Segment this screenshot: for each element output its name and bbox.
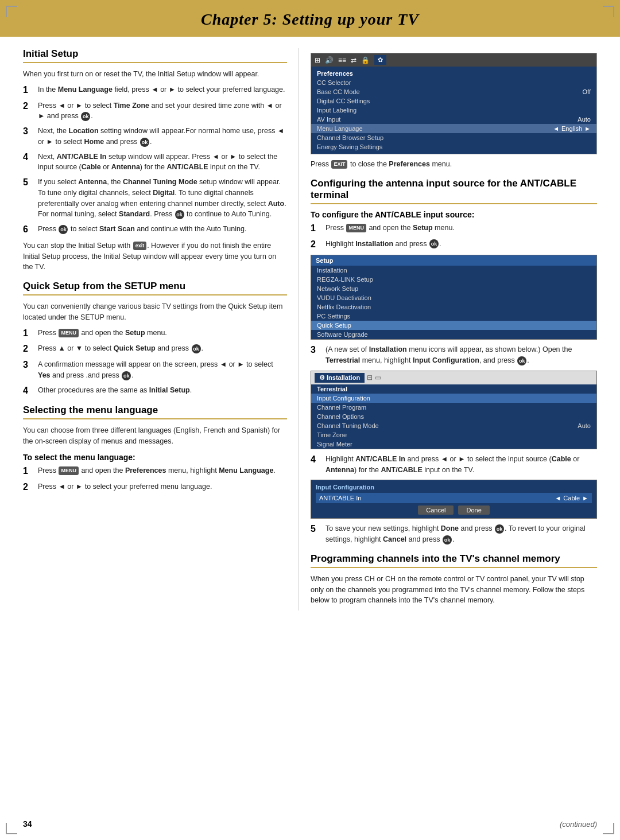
arrow-right-icon: ► — [584, 125, 591, 132]
setup-row-label: Software Upgrade — [317, 331, 368, 338]
menu-row-cc-selector: CC Selector — [311, 78, 596, 87]
menu-row-label: AV Input — [317, 116, 340, 123]
menu-row-label: Preferences — [317, 70, 353, 77]
tab-icon-2: ⊟ — [367, 374, 373, 382]
menu-row-label: Digital CC Settings — [317, 98, 370, 104]
setup-row-label: Network Setup — [317, 285, 358, 292]
input-config-arrows: ◄ Cable ► — [555, 495, 588, 501]
input-config-row: ANT/CABLE In ◄ Cable ► — [316, 493, 592, 503]
menu-row-label: Energy Saving Settings — [317, 143, 382, 150]
arrow-left-icon: ◄ — [553, 125, 559, 132]
terr-row-signal-meter: Signal Meter — [311, 440, 596, 449]
step-number: 6 — [23, 224, 36, 236]
menu-row-digital-cc: Digital CC Settings — [311, 96, 596, 106]
input-config-title: Input Configuration — [316, 484, 592, 491]
step-item: 3 Next, the Location setting window will… — [23, 126, 287, 147]
terr-row-label: Signal Meter — [317, 441, 352, 448]
programming-channels-intro: When you press CH or CH on the remote co… — [311, 574, 597, 606]
corner-mark-bl — [6, 823, 17, 834]
menu-language-subsection: To select the menu language: — [23, 453, 287, 462]
preferences-menu-screenshot: ⊞ 🔊 ≡≡ ⇄ 🔒 ✿ Preferences CC Selector Bas… — [311, 53, 597, 154]
terr-row-label: Input Configuration — [317, 395, 370, 402]
right-column: ⊞ 🔊 ≡≡ ⇄ 🔒 ✿ Preferences CC Selector Bas… — [299, 48, 597, 610]
configure-ant-steps-4: 5 To save your new settings, highlight D… — [311, 523, 597, 545]
step-number: 5 — [311, 523, 323, 535]
menu-row-header: Preferences — [311, 69, 596, 78]
step-item: 1 Press MENU and open the Setup menu. — [23, 328, 287, 340]
step-item: 4 Highlight ANT/CABLE In and press ◄ or … — [311, 454, 597, 476]
corner-mark-tr — [603, 6, 614, 17]
setup-row-label: Quick Setup — [317, 322, 351, 329]
menu-row-value: Off — [583, 88, 591, 95]
corner-mark-tl — [6, 6, 17, 17]
setup-row-label: Netflix Deactivation — [317, 304, 371, 310]
input-config-screenshot: Input Configuration ANT/CABLE In ◄ Cable… — [311, 480, 597, 519]
done-button[interactable]: Done — [458, 505, 489, 515]
menu-language-arrows: ◄ English ► — [553, 125, 591, 132]
step-number: 2 — [311, 239, 323, 251]
cancel-button[interactable]: Cancel — [418, 505, 454, 515]
menu-language-title: Selecting the menu language — [23, 405, 287, 419]
step-number: 5 — [23, 177, 36, 189]
step-number: 3 — [23, 126, 36, 138]
menu-row-input-label: Input Labeling — [311, 106, 596, 115]
step-text: A confirmation message will appear on th… — [38, 359, 287, 381]
quick-setup-title: Quick Setup from the SETUP menu — [23, 281, 287, 295]
setup-menu-row-software: Software Upgrade — [311, 330, 596, 339]
terr-row-label: Channel Program — [317, 404, 366, 411]
terr-row-channel-tuning: Channel Tuning Mode Auto — [311, 421, 596, 430]
step-item: 1 Press MENU and open the Setup menu. — [311, 223, 597, 235]
setup-row-label: VUDU Deactivation — [317, 294, 371, 301]
step-number: 1 — [311, 223, 323, 235]
menu-icon-1: ⊞ — [315, 56, 320, 64]
menu-row-channel-browser: Channel Browser Setup — [311, 133, 596, 142]
step-number: 2 — [23, 100, 36, 112]
corner-mark-br — [603, 823, 614, 834]
step-text: Next, ANT/CABLE In setup window will app… — [38, 151, 287, 173]
left-column: Initial Setup When you first turn on or … — [23, 48, 299, 610]
menu-row-label: Input Labeling — [317, 107, 356, 114]
setup-menu-row-regza: REGZA-LINK Setup — [311, 275, 596, 284]
step-item: 4 Other procedures are the same as Initi… — [23, 385, 287, 397]
main-content: Initial Setup When you first turn on or … — [0, 37, 620, 622]
chapter-title: Chapter 5: Setting up your TV — [201, 10, 419, 28]
step-number: 4 — [23, 151, 36, 164]
setup-row-label: Installation — [317, 267, 347, 274]
setup-menu-row-installation: Installation — [311, 266, 596, 275]
menu-row-label: Menu Language — [317, 125, 363, 132]
initial-setup-intro: When you first turn on or reset the TV, … — [23, 69, 287, 80]
step-item: 2 Press ◄ or ► to select your preferred … — [23, 481, 287, 493]
step-text: Press ▲ or ▼ to select Quick Setup and p… — [38, 343, 287, 354]
step-item: 1 In the Menu Language field, press ◄ or… — [23, 84, 287, 96]
menu-language-intro: You can choose from three different lang… — [23, 425, 287, 447]
initial-setup-steps: 1 In the Menu Language field, press ◄ or… — [23, 84, 287, 236]
setup-menu-row-quick-setup: Quick Setup — [311, 321, 596, 330]
input-config-value: Cable — [563, 495, 580, 501]
step-text: Next, the Location setting window will a… — [38, 126, 287, 147]
setup-menu-title: Setup — [311, 255, 596, 266]
setup-menu-row-network: Network Setup — [311, 284, 596, 293]
input-config-field-label: ANT/CABLE In — [319, 495, 361, 501]
step-number: 4 — [311, 454, 323, 466]
preferences-menu-body: Preferences CC Selector Base CC Mode Off… — [311, 67, 596, 154]
terrestrial-topbar: ⚙ Installation ⊟ ▭ — [311, 371, 596, 384]
continued-label: (continued) — [560, 820, 597, 829]
programming-channels-title: Programming channels into the TV's chann… — [311, 553, 597, 568]
configure-ant-steps: 1 Press MENU and open the Setup menu. 2 … — [311, 223, 597, 251]
arrow-right-icon: ► — [582, 495, 588, 501]
menu-row-value: Auto — [578, 116, 591, 123]
menu-row-value: English — [561, 125, 582, 132]
menu-row-label: CC Selector — [317, 79, 351, 86]
tab-icon-3: ▭ — [375, 374, 381, 382]
step-number: 2 — [23, 481, 36, 493]
page-number: 34 — [23, 819, 32, 829]
menu-row-base-cc: Base CC Mode Off — [311, 87, 596, 96]
input-config-footer: Cancel Done — [316, 505, 592, 515]
setup-menu-screenshot: Setup Installation REGZA-LINK Setup Netw… — [311, 255, 597, 340]
menu-row-label: Base CC Mode — [317, 88, 360, 95]
chapter-header: Chapter 5: Setting up your TV — [0, 0, 620, 37]
setup-row-label: PC Settings — [317, 313, 350, 320]
step-item: 5 To save your new settings, highlight D… — [311, 523, 597, 545]
menu-language-steps: 1 Press MENU and open the Preferences me… — [23, 465, 287, 493]
step-number: 3 — [23, 359, 36, 371]
